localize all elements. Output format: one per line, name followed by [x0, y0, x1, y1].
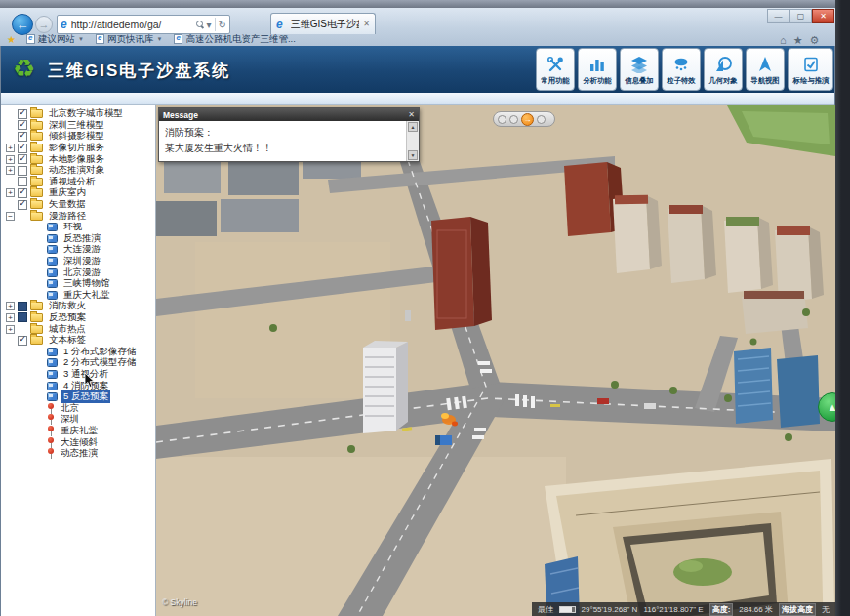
folder-icon — [30, 212, 43, 221]
autocomplete-dropdown-icon[interactable]: ▾ — [207, 20, 212, 30]
toolbar-button-tools[interactable]: 常用功能 — [536, 48, 575, 91]
tab-favicon-icon: e — [276, 18, 283, 31]
toolbar-button-particle[interactable]: 粒子特效 — [662, 48, 701, 91]
folder-icon — [30, 132, 43, 141]
camera-play-button[interactable]: → — [521, 113, 534, 126]
scroll-up-icon[interactable]: ▲ — [408, 122, 418, 132]
tree-toggle-icon[interactable]: + — [6, 302, 15, 310]
tree-item[interactable]: 倾斜摄影模型 — [1, 131, 155, 143]
tree-item[interactable]: 3 通视分析 — [1, 369, 155, 381]
toolbar-button-layers[interactable]: 信息叠加 — [620, 48, 659, 91]
tree-item[interactable]: + 反恐预案 — [1, 312, 155, 324]
tree-item[interactable]: 矢量数据 — [1, 199, 155, 211]
tree-item[interactable]: 深圳 — [1, 414, 155, 426]
tree-item[interactable]: 通视域分析 — [1, 177, 155, 188]
folder-icon — [30, 188, 43, 197]
tree-item[interactable]: + 本地影像服务 — [1, 153, 155, 165]
tree-item[interactable]: 北京数字城市模型 — [1, 108, 155, 120]
tree-item[interactable]: 深圳漫游 — [1, 256, 155, 267]
camera-button[interactable] — [509, 115, 518, 124]
tree-item[interactable]: + 重庆室内 — [1, 187, 155, 199]
tree-checkbox[interactable] — [18, 302, 27, 311]
monitor-icon — [47, 257, 58, 266]
tree-item[interactable]: 三峡博物馆 — [1, 278, 155, 290]
message-titlebar[interactable]: Message ✕ — [159, 108, 419, 121]
tree-item[interactable]: 5 反恐预案 — [1, 391, 155, 403]
tree-checkbox[interactable] — [18, 166, 27, 176]
tree-checkbox[interactable] — [18, 154, 27, 164]
tree-toggle-icon[interactable]: − — [6, 212, 15, 221]
browser-tab[interactable]: e 三维GIS电子沙盘系统 ✕ — [270, 13, 376, 34]
tree-item[interactable]: 环视 — [1, 222, 155, 233]
tree-item[interactable]: 重庆大礼堂 — [1, 290, 155, 302]
tree-item[interactable]: − 漫游路径 — [1, 210, 155, 222]
camera-control-widget[interactable]: → — [493, 111, 555, 127]
message-line: 消防预案： — [165, 125, 400, 141]
tree-item[interactable]: + 消防救火 — [1, 301, 155, 312]
message-close-icon[interactable]: ✕ — [408, 110, 415, 119]
tree-item[interactable]: 北京漫游 — [1, 267, 155, 278]
tree-item[interactable]: 动态推演 — [1, 448, 155, 460]
address-bar[interactable]: e http://atidedemo/ga/ ▾ ↻ — [57, 15, 230, 34]
tree-item[interactable]: 重庆礼堂 — [1, 426, 155, 437]
ie-logo-icon: e — [61, 18, 67, 31]
toolbar-button-plot[interactable]: 标绘与推演 — [788, 48, 833, 91]
tree-checkbox[interactable] — [18, 177, 27, 186]
maximize-button[interactable]: ▢ — [789, 9, 812, 23]
tree-checkbox[interactable] — [18, 188, 27, 198]
camera-button[interactable] — [498, 115, 506, 124]
tree-item[interactable]: 4 消防预案 — [1, 380, 155, 391]
tree-toggle-icon[interactable]: + — [6, 155, 15, 164]
tree-checkbox[interactable] — [18, 200, 27, 210]
favorites-star-icon[interactable]: ★ — [7, 34, 16, 45]
tree-item[interactable]: 北京 — [1, 402, 155, 414]
toolbar-button-label: 常用功能 — [541, 75, 569, 85]
message-popup[interactable]: Message ✕ 消防预案： 某大厦发生重大火情！！ ▲ ▼ — [158, 107, 420, 162]
url-text[interactable]: http://atidedemo/ga/ — [71, 19, 196, 30]
mouse-cursor — [84, 373, 95, 389]
map-viewport-3d[interactable]: Message ✕ 消防预案： 某大厦发生重大火情！！ ▲ ▼ → ▲ © Sk… — [156, 105, 835, 616]
tree-item[interactable]: 反恐推演 — [1, 233, 155, 245]
tree-toggle-icon[interactable]: + — [6, 166, 15, 175]
tree-item[interactable]: 深圳三维模型 — [1, 120, 155, 132]
tree-checkbox[interactable] — [18, 144, 27, 153]
favorites-bar-item[interactable]: 网页快讯库 ▼ — [90, 33, 168, 46]
favorites-bar-item[interactable]: 建议网站 ▼ — [20, 33, 90, 46]
tree-checkbox[interactable] — [18, 312, 27, 322]
chart-icon — [588, 56, 606, 73]
tree-item[interactable]: + 动态推演对象 — [1, 165, 155, 177]
toolbar-button-geometry[interactable]: 几何对象 — [704, 48, 743, 91]
tree-checkbox[interactable] — [18, 120, 27, 130]
tree-item[interactable]: 1 分布式影像存储 — [1, 346, 155, 357]
toolbar-button-navigation[interactable]: 导航视图 — [746, 48, 785, 91]
close-button[interactable]: ✕ — [812, 9, 834, 23]
geometry-icon — [714, 56, 732, 73]
tree-item[interactable]: 大连倾斜 — [1, 436, 155, 448]
message-body: 消防预案： 某大厦发生重大火情！！ — [159, 121, 406, 161]
folder-icon — [30, 336, 43, 345]
tree-item[interactable]: 文本标签 — [1, 335, 155, 347]
camera-button[interactable] — [537, 115, 546, 124]
scroll-down-icon[interactable]: ▼ — [408, 150, 418, 160]
toolbar-button-chart[interactable]: 分析功能 — [578, 48, 617, 91]
search-icon[interactable] — [196, 21, 204, 28]
tree-checkbox[interactable] — [18, 109, 27, 119]
pin-icon — [47, 403, 55, 414]
tree-toggle-icon[interactable]: + — [6, 144, 15, 152]
loading-progress-bar — [559, 606, 576, 613]
tree-checkbox[interactable] — [18, 336, 27, 346]
tab-close-icon[interactable]: ✕ — [363, 20, 370, 28]
tree-item[interactable]: 大连漫游 — [1, 244, 155, 256]
tree-item[interactable]: 2 分布式模型存储 — [1, 357, 155, 369]
minimize-button[interactable]: — — [767, 9, 789, 23]
tree-item[interactable]: + 影像切片服务 — [1, 143, 155, 154]
browser-forward-button[interactable]: → — [35, 16, 53, 33]
refresh-icon[interactable]: ↻ — [219, 20, 226, 30]
message-scrollbar[interactable]: ▲ ▼ — [406, 121, 419, 161]
tree-checkbox[interactable] — [18, 132, 27, 142]
favorites-bar-item[interactable]: 高速公路机电资产三维管... — [168, 33, 301, 46]
tree-toggle-icon[interactable]: + — [6, 325, 15, 334]
tree-item[interactable]: + 城市热点 — [1, 323, 155, 335]
tree-toggle-icon[interactable]: + — [6, 188, 15, 197]
tree-toggle-icon[interactable]: + — [6, 313, 15, 322]
